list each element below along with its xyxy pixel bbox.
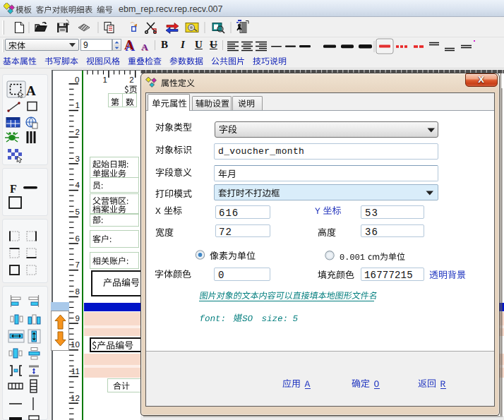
svg-text:1: 1 [103,76,107,84]
svg-text:0: 0 [75,76,79,84]
svg-text:5: 5 [75,208,79,216]
svg-text:8: 8 [75,287,79,296]
svg-text:12: 12 [71,394,80,402]
svg-text:9: 9 [75,314,79,323]
svg-text:4: 4 [75,181,80,189]
svg-text:11: 11 [71,367,80,376]
svg-text:2: 2 [129,76,133,84]
svg-text:10: 10 [71,340,80,349]
svg-text:7: 7 [75,260,79,269]
svg-text:3: 3 [75,155,79,163]
svg-text:1: 1 [75,101,79,109]
svg-text:2: 2 [75,128,79,136]
svg-text:6: 6 [75,234,79,243]
